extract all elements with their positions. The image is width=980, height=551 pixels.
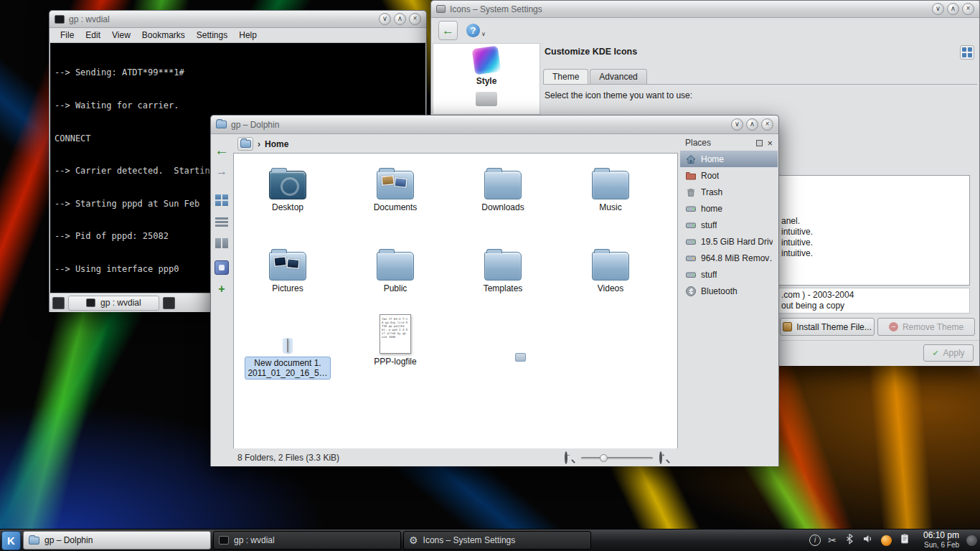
file-item-ppp-logfile[interactable]: Jan 17 09:4 7:18 gp-Asp lire-5738 pp pd[… <box>352 312 438 367</box>
settings-titlebar[interactable]: Icons – System Settings ∨ ∧ × <box>431 1 979 18</box>
places-item-bluetooth[interactable]: Bluetooth <box>680 283 778 299</box>
terminal-titlebar[interactable]: gp : wvdial ∨ ∧ × <box>50 11 426 28</box>
task-label: gp : wvdial <box>234 535 275 545</box>
breadcrumb-path[interactable]: Home <box>265 139 288 149</box>
install-theme-icon <box>783 322 792 331</box>
terminal-tab[interactable]: gp : wvdial <box>68 296 159 311</box>
places-item-home-device[interactable]: home <box>680 200 778 217</box>
zoom-in-icon[interactable]: + <box>659 453 669 463</box>
task-system-settings[interactable]: ⚙ Icons – System Settings <box>403 531 591 550</box>
maximize-icon[interactable]: ∧ <box>746 118 758 131</box>
maximize-icon[interactable]: ∧ <box>947 3 959 15</box>
file-item-documents[interactable]: Documents <box>352 158 438 212</box>
close-icon[interactable]: × <box>409 13 421 25</box>
theme-list-fragment: anel. <box>781 216 800 226</box>
places-item-root[interactable]: Root <box>680 167 778 184</box>
info-icon[interactable]: i <box>809 534 821 546</box>
file-item-label: PPP-logfile <box>352 357 438 367</box>
file-item-desktop[interactable]: Desktop <box>245 158 331 212</box>
remove-theme-button[interactable]: − Remove Theme <box>877 318 975 336</box>
dolphin-titlebar[interactable]: gp – Dolphin ∨ ∧ × <box>211 116 778 134</box>
apply-button[interactable]: ✔ Apply <box>923 344 974 362</box>
tab-list-icon[interactable] <box>52 297 65 309</box>
scissors-icon[interactable]: ✂ <box>828 535 837 545</box>
minimize-icon[interactable]: ∨ <box>379 13 391 25</box>
volume-icon[interactable] <box>862 533 874 547</box>
places-item-hard-drive[interactable]: 19.5 GiB Hard Drive <box>680 233 778 250</box>
menu-help[interactable]: Help <box>234 29 262 41</box>
clipboard-icon[interactable] <box>899 533 910 547</box>
dolphin-file-view[interactable]: Desktop Documents Downloads Music Pictur… <box>233 153 678 449</box>
file-item-new-document[interactable]: New document 1. 2011_01_20_16_5… <box>245 312 331 380</box>
breadcrumb-root-button[interactable] <box>237 137 253 151</box>
zoom-slider[interactable] <box>581 453 653 462</box>
forward-button[interactable]: → <box>212 163 231 180</box>
folder-icon <box>377 252 414 281</box>
folder-icon <box>592 171 629 199</box>
breadcrumb: › Home <box>233 135 678 153</box>
task-wvdial[interactable]: gp : wvdial <box>213 531 401 550</box>
places-item-home[interactable]: Home <box>680 151 778 167</box>
maximize-icon[interactable]: ∧ <box>394 13 406 25</box>
apply-check-icon: ✔ <box>932 349 938 358</box>
menu-view[interactable]: View <box>107 29 136 41</box>
folder-icon <box>269 171 306 199</box>
places-item-removable[interactable]: 964.8 MiB Remov… <box>680 250 778 266</box>
kde-menu-button[interactable]: K <box>1 531 21 550</box>
file-item-public[interactable]: Public <box>352 239 438 293</box>
install-theme-button[interactable]: Install Theme File... <box>780 318 875 336</box>
places-item-trash[interactable]: Trash <box>680 184 778 200</box>
tab-theme[interactable]: Theme <box>543 69 588 84</box>
details-view-button[interactable] <box>212 213 231 230</box>
bluetooth-icon[interactable] <box>844 533 855 547</box>
sidebar-item-style[interactable]: Style <box>433 44 540 86</box>
menu-edit[interactable]: Edit <box>80 29 105 41</box>
file-item-templates[interactable]: Templates <box>460 239 546 293</box>
task-dolphin[interactable]: gp – Dolphin <box>23 531 211 550</box>
close-panel-icon[interactable]: × <box>767 138 773 148</box>
file-item-label: Music <box>567 202 654 212</box>
detach-panel-icon[interactable] <box>756 140 763 146</box>
help-button[interactable]: ? ∨ <box>466 24 486 37</box>
add-button[interactable]: + <box>212 281 231 298</box>
settings-toolbar: ← ? ∨ <box>431 18 979 42</box>
dolphin-window-title: gp – Dolphin <box>231 120 279 130</box>
minimize-icon[interactable]: ∨ <box>932 3 944 15</box>
columns-view-button[interactable] <box>212 235 231 252</box>
folder-icon <box>484 252 522 281</box>
close-icon[interactable]: × <box>761 118 773 131</box>
terminal-app-icon <box>55 15 65 24</box>
menu-settings[interactable]: Settings <box>192 29 232 41</box>
theme-list-fragment: intuitive. <box>781 248 813 258</box>
places-item-stuff[interactable]: stuff <box>680 217 778 233</box>
minimize-icon[interactable]: ∨ <box>731 118 743 131</box>
theme-list-fragment: intuitive. <box>781 227 813 237</box>
system-tray: i ✂ <box>804 533 916 547</box>
menu-file[interactable]: File <box>55 29 79 41</box>
panel-cashew-icon[interactable] <box>966 535 977 546</box>
preview-button[interactable] <box>212 259 231 276</box>
places-item-label: home <box>701 204 722 214</box>
sidebar-item-partial-icon[interactable] <box>476 92 497 106</box>
status-text: 8 Folders, 2 Files (3.3 KiB) <box>237 453 339 463</box>
file-item-downloads[interactable]: Downloads <box>460 158 546 212</box>
new-tab-icon[interactable] <box>163 297 175 309</box>
back-button[interactable]: ← <box>438 21 458 40</box>
zoom-out-icon[interactable]: − <box>565 453 575 463</box>
text-file-icon: Jan 17 09:4 7:18 gp-Asp lire-5738 pp pd[… <box>380 314 411 354</box>
clock[interactable]: 06:10 pm Sun, 6 Feb <box>918 531 964 550</box>
file-item-pictures[interactable]: Pictures <box>245 239 331 293</box>
tab-advanced[interactable]: Advanced <box>590 69 646 84</box>
network-icon[interactable] <box>881 535 892 546</box>
slider-handle[interactable] <box>600 454 608 462</box>
plus-sign: + <box>661 452 665 458</box>
file-item-videos[interactable]: Videos <box>567 239 654 293</box>
close-icon[interactable]: × <box>962 3 974 15</box>
menu-bookmarks[interactable]: Bookmarks <box>137 29 190 41</box>
terminal-tab-label: gp : wvdial <box>100 298 141 308</box>
back-button[interactable]: ← <box>212 141 231 159</box>
places-item-stuff-2[interactable]: stuff <box>680 266 778 283</box>
file-item-music[interactable]: Music <box>567 158 654 212</box>
icons-view-button[interactable] <box>212 192 231 209</box>
overview-grid-icon[interactable] <box>960 45 974 60</box>
